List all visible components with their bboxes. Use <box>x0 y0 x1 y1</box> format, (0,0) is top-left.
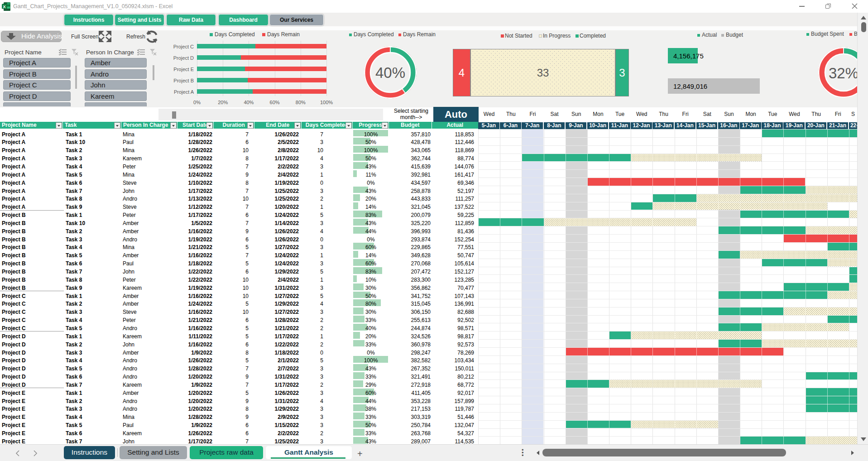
svg-text:X: X <box>3 4 6 9</box>
